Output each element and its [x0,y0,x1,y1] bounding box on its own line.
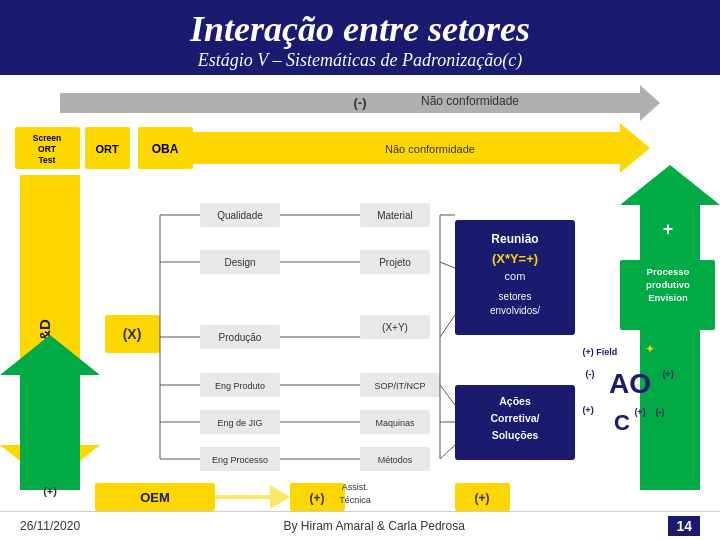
svg-text:(+): (+) [475,491,490,505]
svg-text:(+): (+) [582,405,593,415]
svg-text:Design: Design [224,257,255,268]
svg-text:envolvidos/: envolvidos/ [490,305,540,316]
svg-text:Produção: Produção [219,332,262,343]
svg-text:Ações: Ações [499,395,531,407]
svg-text:AO: AO [609,368,651,399]
svg-text:OBA: OBA [152,142,179,156]
svg-text:Assist.: Assist. [342,482,369,492]
svg-text:Test: Test [39,155,56,165]
svg-text:OEM: OEM [140,490,170,505]
diagram-svg: (-) Não conformidade Screen ORT Test ORT… [0,75,720,525]
svg-text:(+): (+) [662,369,673,379]
svg-text:Qualidade: Qualidade [217,210,263,221]
svg-text:(-): (-) [354,95,367,110]
footer-date: 26/11/2020 [20,519,80,533]
svg-text:Corretiva/: Corretiva/ [490,412,539,424]
svg-text:(+): (+) [634,407,645,417]
svg-text:com: com [505,270,526,282]
svg-text:Soluções: Soluções [492,429,539,441]
svg-text:produtivo: produtivo [646,279,690,290]
svg-line-72 [440,385,455,405]
svg-text:(X*Y=+): (X*Y=+) [492,251,538,266]
svg-text:SOP/IT/NCP: SOP/IT/NCP [374,381,425,391]
svg-text:Maquinas: Maquinas [375,418,415,428]
svg-text:(-): (-) [586,369,595,379]
slide: Interação entre setores Estágio V – Sist… [0,0,720,540]
svg-text:setores: setores [499,291,532,302]
svg-text:(+): (+) [43,485,57,497]
svg-text:(+) Field: (+) Field [583,347,618,357]
svg-text:ORT: ORT [95,143,119,155]
svg-text:ORT: ORT [38,144,57,154]
svg-text:Envision: Envision [648,292,688,303]
svg-text:✦: ✦ [645,342,655,356]
footer: 26/11/2020 By Hiram Amaral & Carla Pedro… [0,511,720,540]
header: Interação entre setores Estágio V – Sist… [0,0,720,75]
svg-text:Projeto: Projeto [379,257,411,268]
svg-text:Eng Processo: Eng Processo [212,455,268,465]
svg-text:+: + [663,219,674,239]
main-title: Interação entre setores [20,8,700,50]
svg-text:Eng Produto: Eng Produto [215,381,265,391]
page-number: 14 [668,516,700,536]
svg-text:Reunião: Reunião [491,232,538,246]
svg-text:Eng de JIG: Eng de JIG [217,418,262,428]
svg-text:(+): (+) [310,491,325,505]
svg-text:Técnica: Técnica [339,495,371,505]
svg-text:(X+Y): (X+Y) [382,322,408,333]
svg-line-74 [440,445,455,459]
sub-title: Estágio V – Sistemáticas de Padronização… [20,50,700,71]
svg-text:Não conformidade: Não conformidade [421,94,519,108]
svg-text:(-): (-) [656,407,665,417]
svg-text:C: C [614,410,630,435]
svg-line-70 [440,262,455,268]
svg-text:Screen: Screen [33,133,61,143]
svg-text:Métodos: Métodos [378,455,413,465]
svg-line-71 [440,315,455,337]
footer-author: By Hiram Amaral & Carla Pedrosa [284,519,465,533]
svg-text:Material: Material [377,210,413,221]
svg-text:(X): (X) [123,326,142,342]
left-up-arrow [0,335,100,490]
content: (-) Não conformidade Screen ORT Test ORT… [0,75,720,525]
svg-text:Processo: Processo [647,266,690,277]
svg-text:Não conformidade: Não conformidade [385,143,475,155]
